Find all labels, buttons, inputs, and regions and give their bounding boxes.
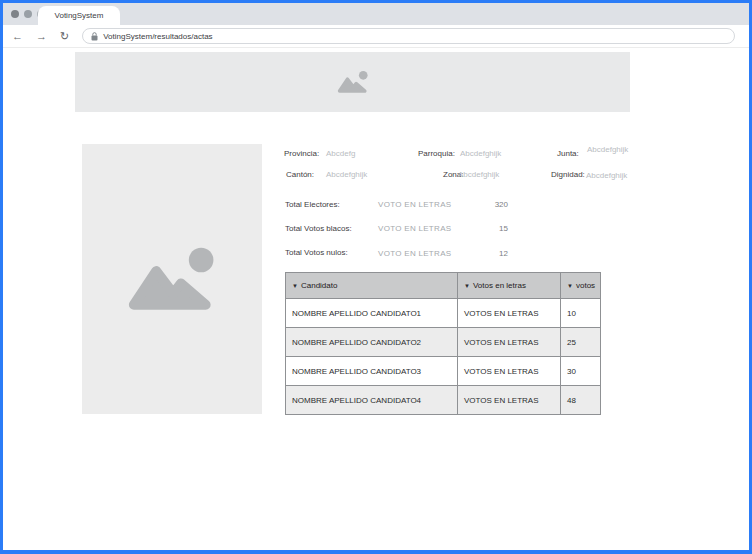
- cell-votos-letras: VOTOS EN LETRAS: [458, 328, 561, 357]
- field-provincia-label: Provincia:: [284, 149, 319, 158]
- window-close-icon[interactable]: [11, 10, 19, 18]
- table-row: NOMBRE APELLIDO CANDIDATO3 VOTOS EN LETR…: [286, 357, 601, 386]
- url-text: VotingSystem/resultados/actas: [103, 32, 212, 41]
- reload-icon[interactable]: ↻: [60, 31, 69, 42]
- total-electores-value: 320: [468, 200, 508, 209]
- table-header-row: ▼Candidato ▼Votos en letras ▼votos: [286, 273, 601, 299]
- cell-candidato: NOMBRE APELLIDO CANDIDATO4: [286, 386, 458, 415]
- acta-image-placeholder: [82, 144, 262, 414]
- field-zona-value: Abcdefghijk: [458, 170, 499, 179]
- cell-candidato: NOMBRE APELLIDO CANDIDATO3: [286, 357, 458, 386]
- cell-votos-letras: VOTOS EN LETRAS: [458, 357, 561, 386]
- field-canton-label: Cantón:: [286, 170, 314, 179]
- window-minimize-icon[interactable]: [24, 10, 32, 18]
- total-votos-blancos-letters: VOTO EN LETRAS: [378, 224, 451, 233]
- browser-toolbar: ← → ↻ VotingSystem/resultados/actas: [3, 25, 749, 48]
- browser-tab[interactable]: VotingSystem: [38, 6, 120, 25]
- image-placeholder-icon: [116, 242, 228, 316]
- table-row: NOMBRE APELLIDO CANDIDATO1 VOTOS EN LETR…: [286, 299, 601, 328]
- browser-window: VotingSystem ← → ↻ VotingSystem/resultad…: [0, 0, 752, 554]
- image-placeholder-icon: [333, 69, 373, 95]
- header-votos-en-letras[interactable]: ▼Votos en letras: [458, 273, 561, 299]
- forward-icon[interactable]: →: [36, 31, 47, 42]
- field-dignidad-value: Abcdefghijk: [586, 171, 627, 180]
- sort-down-icon: ▼: [464, 283, 470, 289]
- cell-candidato: NOMBRE APELLIDO CANDIDATO2: [286, 328, 458, 357]
- total-votos-nulos-label: Total Votos nulos:: [285, 248, 348, 257]
- cell-votos-letras: VOTOS EN LETRAS: [458, 299, 561, 328]
- total-votos-nulos-letters: VOTO EN LETRAS: [378, 249, 451, 258]
- total-votos-nulos-value: 12: [468, 249, 508, 258]
- cell-votos: 48: [561, 386, 601, 415]
- total-votos-blancos-label: Total Votos blacos:: [285, 224, 352, 233]
- tab-title: VotingSystem: [55, 11, 104, 20]
- field-parroquia-value: Abcdefghijk: [460, 149, 501, 158]
- sort-down-icon: ▼: [292, 283, 298, 289]
- back-icon[interactable]: ←: [12, 31, 23, 42]
- field-junta-label: Junta:: [557, 149, 579, 158]
- cell-votos: 10: [561, 299, 601, 328]
- table-row: NOMBRE APELLIDO CANDIDATO2 VOTOS EN LETR…: [286, 328, 601, 357]
- table-row: NOMBRE APELLIDO CANDIDATO4 VOTOS EN LETR…: [286, 386, 601, 415]
- header-banner-image-placeholder: [75, 52, 630, 112]
- total-electores-label: Total Electores:: [285, 200, 340, 209]
- header-candidato[interactable]: ▼Candidato: [286, 273, 458, 299]
- sort-down-icon: ▼: [567, 283, 573, 289]
- lock-icon: [91, 32, 98, 41]
- total-votos-blancos-value: 15: [468, 224, 508, 233]
- cell-votos: 25: [561, 328, 601, 357]
- candidates-table: ▼Candidato ▼Votos en letras ▼votos NOMBR…: [285, 272, 601, 415]
- field-junta-value: Abcdefghijk: [587, 145, 628, 154]
- field-dignidad-label: Dignidad:: [551, 170, 585, 179]
- total-electores-letters: VOTO EN LETRAS: [378, 200, 451, 209]
- browser-titlebar: VotingSystem: [3, 3, 749, 25]
- field-provincia-value: Abcdefg: [326, 149, 355, 158]
- cell-votos-letras: VOTOS EN LETRAS: [458, 386, 561, 415]
- header-votos[interactable]: ▼votos: [561, 273, 601, 299]
- field-parroquia-label: Parroquia:: [418, 149, 455, 158]
- address-bar[interactable]: VotingSystem/resultados/actas: [82, 28, 735, 44]
- cell-candidato: NOMBRE APELLIDO CANDIDATO1: [286, 299, 458, 328]
- cell-votos: 30: [561, 357, 601, 386]
- field-canton-value: Abcdefghijk: [326, 170, 367, 179]
